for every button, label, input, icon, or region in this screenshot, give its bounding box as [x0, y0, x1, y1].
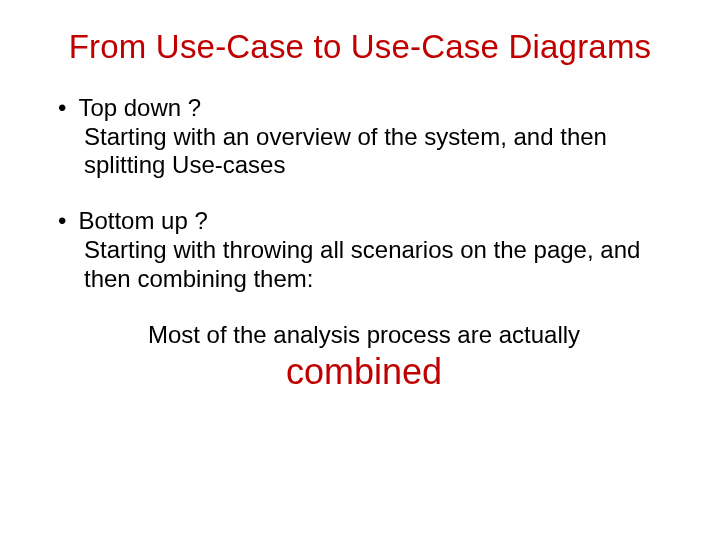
bullet-icon: • — [58, 94, 66, 123]
footer-text: Most of the analysis process are actuall… — [58, 321, 670, 349]
bullet-line: • Top down ? — [58, 94, 670, 123]
slide-container: From Use-Case to Use-Case Diagrams • Top… — [0, 0, 720, 540]
bullet-icon: • — [58, 207, 66, 236]
bullet-line: • Bottom up ? — [58, 207, 670, 236]
item-heading: Bottom up ? — [78, 207, 207, 235]
emphasis-text: combined — [58, 351, 670, 393]
list-item: • Bottom up ? Starting with throwing all… — [58, 207, 670, 292]
item-heading: Top down ? — [78, 94, 201, 122]
item-body: Starting with throwing all scenarios on … — [58, 236, 670, 293]
slide-title: From Use-Case to Use-Case Diagrams — [50, 28, 670, 66]
item-body: Starting with an overview of the system,… — [58, 123, 670, 180]
list-item: • Top down ? Starting with an overview o… — [58, 94, 670, 179]
content-area: • Top down ? Starting with an overview o… — [50, 94, 670, 393]
